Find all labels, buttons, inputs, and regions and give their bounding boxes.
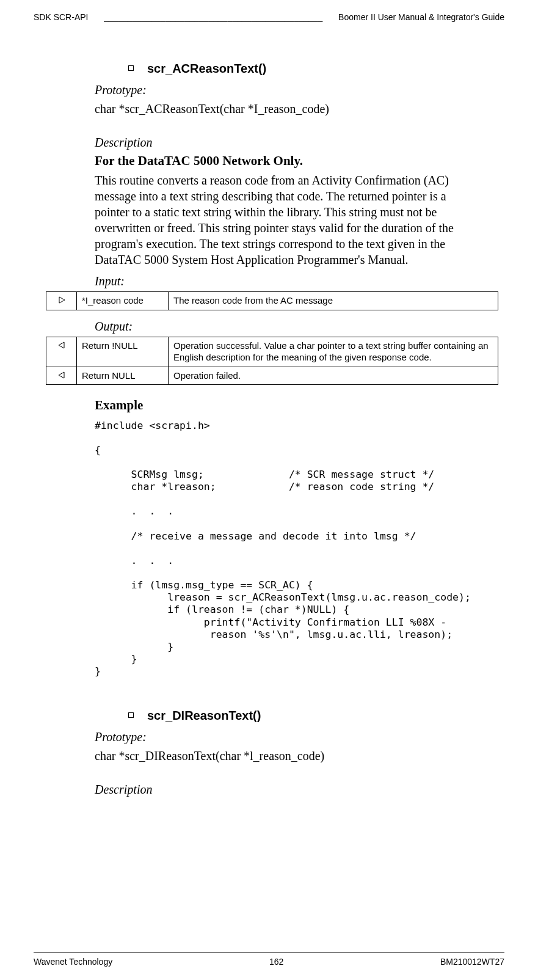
header-left: SDK SCR-API — [34, 12, 88, 22]
page-content: scr_ACReasonText() Prototype: char *scr_… — [34, 24, 504, 806]
svg-marker-0 — [59, 297, 65, 303]
square-bullet-icon — [128, 712, 134, 718]
code-example: #include <scrapi.h> { SCRMsg lmsg; /* SC… — [95, 420, 498, 678]
param-name: Return NULL — [77, 367, 169, 385]
arrow-cell — [46, 292, 77, 310]
example-label: Example — [95, 397, 474, 413]
table-row: Return NULL Operation failed. — [46, 367, 498, 385]
param-name: Return !NULL — [77, 337, 169, 367]
prototype-label: Prototype: — [95, 82, 474, 98]
square-bullet-icon — [128, 65, 134, 71]
section-heading: scr_ACReasonText() — [147, 61, 266, 76]
output-table: Return !NULL Operation successful. Value… — [46, 337, 498, 385]
page-footer: Wavenet Technology 162 BM210012WT27 — [0, 953, 538, 967]
prototype-text: char *scr_ACReasonText(char *I_reason_co… — [95, 101, 474, 117]
footer-right: BM210012WT27 — [440, 957, 504, 967]
arrow-cell — [46, 367, 77, 385]
output-table-wrap: Return !NULL Operation successful. Value… — [46, 337, 498, 385]
footer-divider — [34, 953, 504, 953]
input-table-wrap: *I_reason code The reason code from the … — [46, 291, 498, 310]
description-label: Description — [95, 782, 474, 797]
footer-row: Wavenet Technology 162 BM210012WT27 — [34, 957, 504, 967]
section-heading-row: scr_ACReasonText() — [128, 61, 474, 76]
section-heading: scr_DIReasonText() — [147, 708, 261, 723]
param-desc: Operation failed. — [169, 367, 498, 385]
param-desc: Operation successful. Value a char point… — [169, 337, 498, 367]
footer-center: 162 — [269, 957, 283, 967]
page: SDK SCR-API Boomer II User Manual & Inte… — [0, 0, 538, 980]
param-desc: The reason code from the AC message — [169, 292, 498, 310]
prototype-text: char *scr_DIReasonText(char *l_reason_co… — [95, 748, 474, 764]
table-row: *I_reason code The reason code from the … — [46, 292, 498, 310]
header-right: Boomer II User Manual & Integrator's Gui… — [338, 12, 504, 22]
table-row: Return !NULL Operation successful. Value… — [46, 337, 498, 367]
description-label: Description — [95, 135, 474, 150]
description-bold-line: For the DataTAC 5000 Network Only. — [95, 153, 474, 169]
header-divider — [88, 12, 338, 22]
section-heading-row: scr_DIReasonText() — [128, 708, 474, 723]
svg-marker-1 — [59, 342, 64, 348]
prototype-label: Prototype: — [95, 730, 474, 745]
input-table: *I_reason code The reason code from the … — [46, 291, 498, 310]
triangle-right-icon — [58, 296, 65, 304]
triangle-left-icon — [58, 371, 65, 379]
description-body: This routine converts a reason code from… — [95, 172, 474, 268]
param-name: *I_reason code — [77, 292, 169, 310]
page-header: SDK SCR-API Boomer II User Manual & Inte… — [34, 12, 504, 22]
svg-marker-2 — [59, 372, 64, 378]
footer-left: Wavenet Technology — [34, 957, 112, 967]
arrow-cell — [46, 337, 77, 367]
output-label: Output: — [95, 319, 474, 334]
input-label: Input: — [95, 274, 474, 289]
triangle-left-icon — [58, 342, 65, 349]
